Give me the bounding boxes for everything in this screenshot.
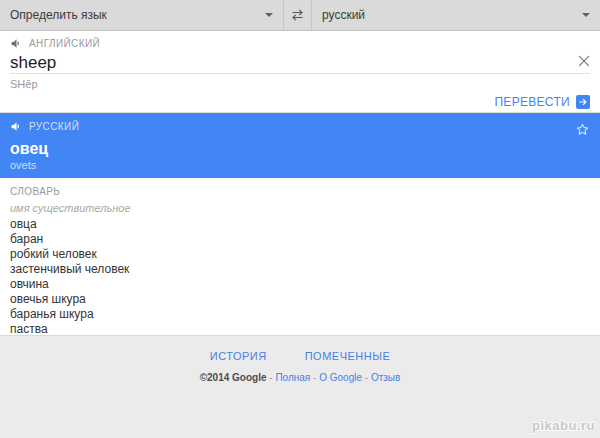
- arrow-right-icon: [578, 97, 588, 107]
- dictionary-entry[interactable]: овчина: [10, 277, 590, 292]
- source-panel-language-label: АНГЛИЙСКИЙ: [29, 38, 100, 49]
- translate-button-row: ПЕРЕВЕСТИ: [10, 91, 590, 113]
- star-favorite-button[interactable]: [575, 122, 590, 137]
- transliteration-text: ovets: [10, 159, 590, 173]
- footer-link-separator: -: [362, 372, 371, 383]
- dictionary-entry[interactable]: баран: [10, 232, 590, 247]
- dictionary-entry[interactable]: робкий человек: [10, 247, 590, 262]
- translate-arrow-icon[interactable]: [576, 95, 590, 109]
- chevron-down-icon: [582, 13, 590, 17]
- watermark: pikabu.ru: [532, 418, 595, 433]
- result-panel-language-label: РУССКИЙ: [29, 121, 79, 132]
- part-of-speech-label: имя существительное: [10, 202, 590, 216]
- source-text-input[interactable]: sheep: [10, 52, 590, 74]
- dictionary-panel: СЛОВАРЬ имя существительное овцабаранроб…: [0, 178, 600, 336]
- footer-link[interactable]: Полная: [275, 372, 310, 383]
- footer-nav: ИСТОРИЯ ПОМЕЧЕННЫЕ: [0, 350, 600, 362]
- pronunciation-text: SHēp: [10, 74, 590, 91]
- source-panel-header: АНГЛИЙСКИЙ: [10, 37, 590, 50]
- dictionary-entry[interactable]: паства: [10, 322, 590, 336]
- footer-link[interactable]: О Google: [319, 372, 362, 383]
- history-link[interactable]: ИСТОРИЯ: [210, 350, 267, 362]
- footer-link[interactable]: Отзыв: [371, 372, 400, 383]
- dictionary-entry[interactable]: овечья шкура: [10, 292, 590, 307]
- language-toolbar: Определить язык русский: [0, 0, 600, 31]
- target-language-select[interactable]: русский: [312, 0, 600, 30]
- speaker-icon[interactable]: [10, 120, 23, 133]
- source-text-panel: АНГЛИЙСКИЙ sheep SHēp ПЕРЕВЕСТИ: [0, 31, 600, 113]
- source-language-label: Определить язык: [10, 8, 107, 22]
- speaker-icon[interactable]: [10, 37, 23, 50]
- source-language-select[interactable]: Определить язык: [0, 0, 283, 30]
- target-language-label: русский: [322, 8, 365, 22]
- chevron-down-icon: [265, 13, 273, 17]
- dictionary-list: овцабаранробкий человекзастенчивый челов…: [10, 217, 590, 336]
- dictionary-entry[interactable]: застенчивый человек: [10, 262, 590, 277]
- footer-link-separator: -: [310, 372, 319, 383]
- result-panel-header: РУССКИЙ: [10, 120, 590, 133]
- footer-links: ©2014 Google - Полная - О Google - Отзыв: [0, 372, 600, 383]
- starred-link[interactable]: ПОМЕЧЕННЫЕ: [305, 350, 391, 362]
- dictionary-entry[interactable]: овца: [10, 217, 590, 232]
- translation-text: овец: [10, 140, 590, 159]
- swap-languages-button[interactable]: [284, 0, 311, 30]
- copyright-text: ©2014 Google: [200, 372, 267, 383]
- translation-result-panel: РУССКИЙ овец ovets: [0, 113, 600, 178]
- swap-arrows-icon: [290, 8, 305, 22]
- clear-input-button[interactable]: [578, 55, 590, 67]
- footer: ИСТОРИЯ ПОМЕЧЕННЫЕ ©2014 Google - Полная…: [0, 336, 600, 383]
- dictionary-section-title: СЛОВАРЬ: [10, 186, 590, 200]
- translate-button[interactable]: ПЕРЕВЕСТИ: [494, 95, 570, 109]
- dictionary-entry[interactable]: баранья шкура: [10, 307, 590, 322]
